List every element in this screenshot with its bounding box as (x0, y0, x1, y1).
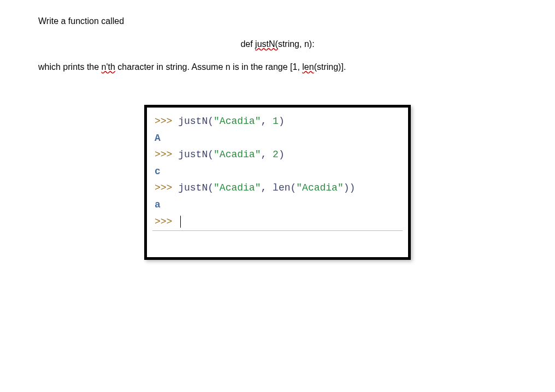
function-definition: def justN(string, n): (38, 39, 517, 49)
string-literal: "Acadia" (296, 182, 343, 193)
function-name: justN (178, 116, 208, 127)
prompt: >>> (155, 116, 178, 127)
function-name: justN (178, 149, 208, 160)
prompt: >>> (155, 216, 178, 227)
terminal-line: >>> justN("Acadia", len("Acadia")) (155, 180, 400, 197)
terminal-screenshot: >>> justN("Acadia", 1)A>>> justN("Acadia… (144, 105, 411, 260)
description-text: which prints the n'th character in strin… (38, 62, 517, 72)
function-name: justN (178, 182, 208, 193)
prompt: >>> (155, 182, 178, 193)
cursor (180, 216, 181, 228)
prompt: >>> (155, 149, 178, 160)
output-text: a (155, 199, 161, 210)
terminal-line: >>> justN("Acadia", 1) (155, 113, 400, 130)
function-name: len (273, 182, 290, 193)
string-literal: "Acadia" (214, 182, 261, 193)
terminal-line: A (155, 130, 400, 147)
number-literal: 2 (273, 149, 279, 160)
string-literal: "Acadia" (214, 149, 261, 160)
output-text: c (155, 166, 161, 177)
output-text: A (155, 133, 161, 144)
terminal-line: >>> justN("Acadia", 2) (155, 146, 400, 163)
intro-text: Write a function called (38, 16, 517, 26)
terminal-line: a (155, 197, 400, 213)
terminal-line: >>> (155, 213, 400, 230)
string-literal: "Acadia" (214, 116, 261, 127)
terminal-line: c (155, 163, 400, 180)
number-literal: 1 (273, 116, 279, 127)
